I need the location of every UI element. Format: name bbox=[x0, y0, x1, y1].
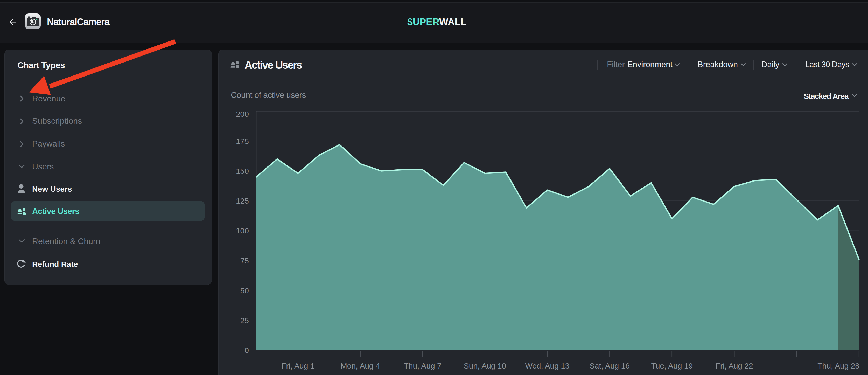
svg-text:Thu, Aug 7: Thu, Aug 7 bbox=[404, 362, 441, 370]
svg-text:Fri, Aug 1: Fri, Aug 1 bbox=[281, 362, 314, 370]
svg-text:Sun, Aug 10: Sun, Aug 10 bbox=[464, 362, 506, 370]
svg-text:175: 175 bbox=[236, 137, 249, 146]
svg-text:Wed, Aug 13: Wed, Aug 13 bbox=[525, 362, 569, 370]
svg-text:50: 50 bbox=[240, 286, 249, 295]
svg-text:25: 25 bbox=[240, 316, 249, 325]
svg-text:Fri, Aug 22: Fri, Aug 22 bbox=[716, 362, 753, 370]
svg-text:150: 150 bbox=[236, 167, 249, 175]
svg-text:0: 0 bbox=[245, 346, 249, 354]
svg-text:Mon, Aug 4: Mon, Aug 4 bbox=[341, 362, 380, 370]
svg-text:Sat, Aug 16: Sat, Aug 16 bbox=[590, 362, 630, 370]
svg-text:200: 200 bbox=[236, 110, 249, 118]
svg-text:100: 100 bbox=[236, 226, 249, 235]
svg-text:75: 75 bbox=[240, 256, 249, 265]
svg-text:Thu, Aug 28: Thu, Aug 28 bbox=[817, 362, 860, 370]
svg-text:125: 125 bbox=[236, 196, 249, 205]
svg-text:Tue, Aug 19: Tue, Aug 19 bbox=[651, 362, 693, 370]
